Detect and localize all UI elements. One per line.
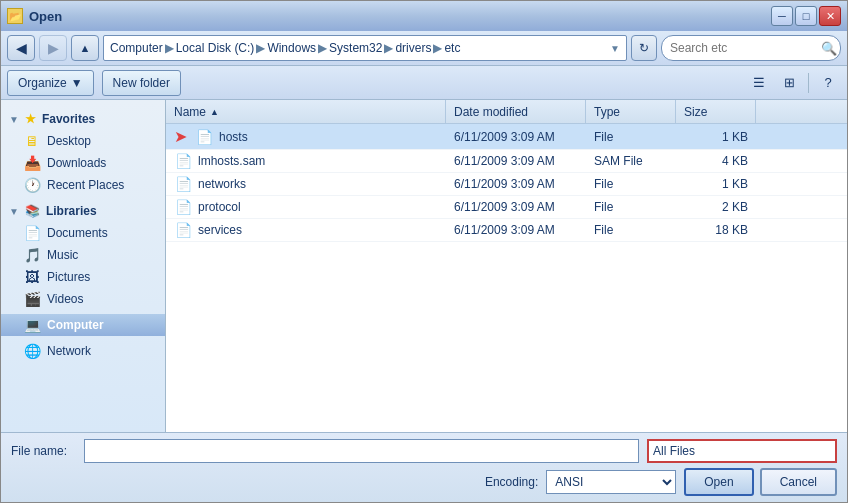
breadcrumb-separator: ▶ (318, 41, 327, 55)
breadcrumb-separator: ▶ (256, 41, 265, 55)
sidebar-computer-label: Computer (47, 318, 104, 332)
breadcrumb-item[interactable]: System32 (329, 41, 382, 55)
file-name: protocol (198, 200, 241, 214)
file-area: Name ▲ Date modified Type Size ➤ (166, 100, 847, 432)
help-button[interactable]: ? (815, 71, 841, 95)
file-icon: 📄 (195, 129, 213, 145)
file-name-row: File name: All Files Text Files (*.txt) … (11, 439, 837, 463)
breadcrumb-item[interactable]: Computer (110, 41, 163, 55)
sidebar-computer-section: 💻 Computer (1, 314, 165, 336)
selection-arrow-icon: ➤ (174, 127, 187, 146)
file-cell-size: 2 KB (676, 200, 756, 214)
col-date-label: Date modified (454, 105, 528, 119)
file-cell-type: SAM File (586, 154, 676, 168)
breadcrumb-item[interactable]: drivers (395, 41, 431, 55)
col-name-label: Name (174, 105, 206, 119)
sidebar-documents-label: Documents (47, 226, 108, 240)
column-header-type[interactable]: Type (586, 100, 676, 123)
sidebar-libraries-header[interactable]: ▼ 📚 Libraries (1, 200, 165, 222)
music-icon: 🎵 (23, 247, 41, 263)
back-button[interactable]: ◀ (7, 35, 35, 61)
collapse-icon: ▼ (9, 114, 19, 125)
open-button[interactable]: Open (684, 468, 753, 496)
pictures-icon: 🖼 (23, 269, 41, 285)
file-cell-size: 1 KB (676, 177, 756, 191)
sidebar-item-documents[interactable]: 📄 Documents (1, 222, 165, 244)
breadcrumb: Computer ▶ Local Disk (C:) ▶ Windows ▶ S… (103, 35, 627, 61)
sidebar-music-label: Music (47, 248, 78, 262)
file-cell-date: 6/11/2009 3:09 AM (446, 130, 586, 144)
file-cell-date: 6/11/2009 3:09 AM (446, 200, 586, 214)
breadcrumb-item[interactable]: Local Disk (C:) (176, 41, 255, 55)
sidebar-network-section: 🌐 Network (1, 340, 165, 362)
encoding-dropdown[interactable]: ANSI UTF-8 Unicode (546, 470, 676, 494)
file-cell-type: File (586, 200, 676, 214)
column-header-name[interactable]: Name ▲ (166, 100, 446, 123)
sidebar-videos-label: Videos (47, 292, 83, 306)
view-details-button[interactable]: ☰ (746, 71, 772, 95)
sort-arrow-icon: ▲ (210, 107, 219, 117)
sidebar-favorites-section: ▼ ★ Favorites 🖥 Desktop 📥 Downloads 🕐 Re… (1, 108, 165, 196)
column-header-date[interactable]: Date modified (446, 100, 586, 123)
libraries-icon: 📚 (25, 204, 40, 218)
table-row[interactable]: 📄 networks 6/11/2009 3:09 AM File 1 KB (166, 173, 847, 196)
file-icon: 📄 (174, 222, 192, 238)
sidebar-pictures-label: Pictures (47, 270, 90, 284)
file-list: ➤ 📄 hosts 6/11/2009 3:09 AM File 1 KB 📄 … (166, 124, 847, 432)
downloads-icon: 📥 (23, 155, 41, 171)
cancel-button[interactable]: Cancel (760, 468, 837, 496)
file-name-input[interactable] (84, 439, 639, 463)
sidebar-item-computer[interactable]: 💻 Computer (1, 314, 165, 336)
organize-arrow-icon: ▼ (71, 76, 83, 90)
new-folder-button[interactable]: New folder (102, 70, 181, 96)
sidebar-item-network[interactable]: 🌐 Network (1, 340, 165, 362)
file-cell-name: 📄 services (166, 222, 446, 238)
forward-button[interactable]: ▶ (39, 35, 67, 61)
sidebar-item-music[interactable]: 🎵 Music (1, 244, 165, 266)
breadcrumb-item[interactable]: Windows (267, 41, 316, 55)
minimize-button[interactable]: ─ (771, 6, 793, 26)
table-row[interactable]: 📄 protocol 6/11/2009 3:09 AM File 2 KB (166, 196, 847, 219)
file-cell-date: 6/11/2009 3:09 AM (446, 154, 586, 168)
open-dialog: 📂 Open ─ □ ✕ ◀ ▶ ▲ Computer ▶ Local Disk… (0, 0, 848, 503)
file-name: networks (198, 177, 246, 191)
maximize-button[interactable]: □ (795, 6, 817, 26)
breadcrumb-separator: ▶ (433, 41, 442, 55)
table-row[interactable]: 📄 services 6/11/2009 3:09 AM File 18 KB (166, 219, 847, 242)
search-button[interactable]: 🔍 (821, 41, 837, 56)
recent-places-icon: 🕐 (23, 177, 41, 193)
toolbar: Organize ▼ New folder ☰ ⊞ ? (1, 66, 847, 100)
encoding-wrapper: ANSI UTF-8 Unicode (546, 470, 676, 494)
file-icon: 📄 (174, 153, 192, 169)
up-button[interactable]: ▲ (71, 35, 99, 61)
file-cell-size: 4 KB (676, 154, 756, 168)
sidebar-libraries-label: Libraries (46, 204, 97, 218)
documents-icon: 📄 (23, 225, 41, 241)
refresh-button[interactable]: ↻ (631, 35, 657, 61)
breadcrumb-item[interactable]: etc (444, 41, 460, 55)
file-cell-type: File (586, 223, 676, 237)
sidebar-item-pictures[interactable]: 🖼 Pictures (1, 266, 165, 288)
main-content: ▼ ★ Favorites 🖥 Desktop 📥 Downloads 🕐 Re… (1, 100, 847, 432)
sidebar-item-downloads[interactable]: 📥 Downloads (1, 152, 165, 174)
sidebar-item-recent-places[interactable]: 🕐 Recent Places (1, 174, 165, 196)
sidebar-item-desktop[interactable]: 🖥 Desktop (1, 130, 165, 152)
sidebar-downloads-label: Downloads (47, 156, 106, 170)
close-button[interactable]: ✕ (819, 6, 841, 26)
view-tiles-button[interactable]: ⊞ (776, 71, 802, 95)
file-cell-name: 📄 lmhosts.sam (166, 153, 446, 169)
breadcrumb-separator: ▶ (384, 41, 393, 55)
table-row[interactable]: ➤ 📄 hosts 6/11/2009 3:09 AM File 1 KB (166, 124, 847, 150)
search-input[interactable] (661, 35, 841, 61)
table-row[interactable]: 📄 lmhosts.sam 6/11/2009 3:09 AM SAM File… (166, 150, 847, 173)
file-icon: 📄 (174, 199, 192, 215)
sidebar-network-label: Network (47, 344, 91, 358)
organize-button[interactable]: Organize ▼ (7, 70, 94, 96)
file-cell-date: 6/11/2009 3:09 AM (446, 177, 586, 191)
column-header-size[interactable]: Size (676, 100, 756, 123)
file-cell-date: 6/11/2009 3:09 AM (446, 223, 586, 237)
col-type-label: Type (594, 105, 620, 119)
sidebar-favorites-header[interactable]: ▼ ★ Favorites (1, 108, 165, 130)
sidebar-item-videos[interactable]: 🎬 Videos (1, 288, 165, 310)
file-type-dropdown[interactable]: All Files Text Files (*.txt) All Files (… (647, 439, 837, 463)
